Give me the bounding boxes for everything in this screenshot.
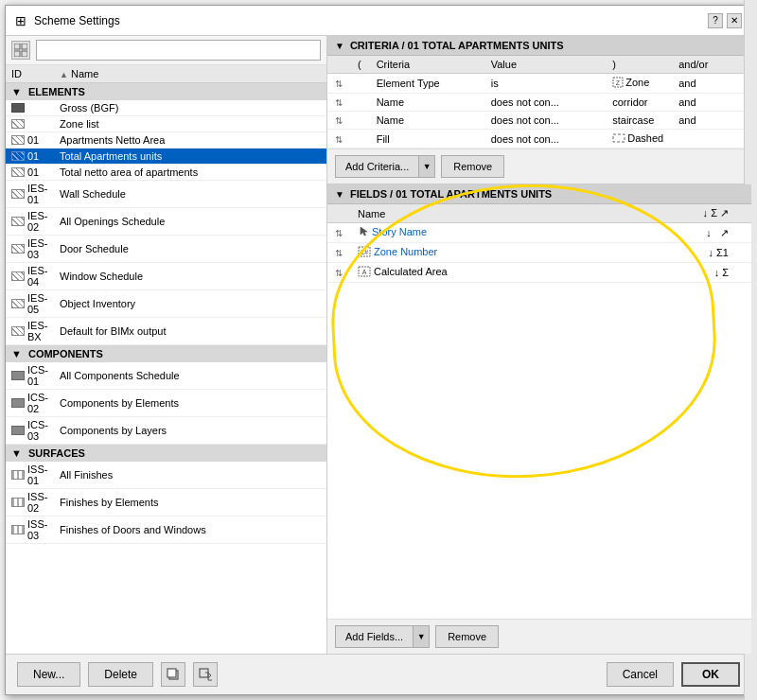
add-criteria-bar: Add Criteria... ▼ Remove [327,149,751,184]
field-reorder-arrows[interactable]: ⇅ [335,248,343,258]
search-input[interactable] [36,40,321,61]
scheme-list: ID ▲ Name ▼ ELE [6,65,326,654]
row-icon [11,326,25,336]
svg-text:Z: Z [616,79,621,86]
list-item[interactable]: IES-01 Wall Schedule [6,181,326,208]
field-reorder-arrows[interactable]: ⇅ [335,228,343,238]
close-button[interactable]: ✕ [727,13,742,28]
value-col-header: Value [484,56,606,74]
row-icon [11,151,25,161]
criteria-value: corridor [605,94,671,112]
right-panel: ▼ CRITERIA / 01 TOTAL APARTMENTS UNITS (… [327,36,751,654]
new-button[interactable]: New... [17,662,80,687]
add-fields-dropdown-arrow[interactable]: ▼ [413,625,430,648]
field-row-home-story[interactable]: ⇅ Story Name ↓ ↗ [327,223,751,243]
fields-section-title: ▼ FIELDS / 01 TOTAL APARTMENTS UNITS [327,184,751,204]
row-icon [11,470,25,480]
calculated-area-label: Calculated Area [374,266,448,277]
list-item[interactable]: IES-04 Window Schedule [6,263,326,290]
cursor-icon [358,226,369,237]
name-column-header: ▲ Name [54,65,326,83]
export-icon-button[interactable] [193,662,218,687]
list-item-total-apartments[interactable]: 01 Total Apartments units [6,149,326,165]
help-button[interactable]: ? [708,13,723,28]
criteria-name: Name [369,94,484,112]
elements-section-header[interactable]: ▼ ELEMENTS [6,83,326,101]
fields-scroll-area[interactable]: Name ↓ Σ ↗ ⇅ Story [327,204,751,619]
list-item[interactable]: ICS-03 Components by Layers [6,417,326,445]
criteria-reorder-arrows[interactable]: ⇅ [335,134,343,145]
add-fields-bar: Add Fields... ▼ Remove [327,619,751,654]
criteria-scroll-area[interactable]: ( Criteria Value ) and/or ⇅ [327,56,751,149]
list-item[interactable]: ISS-02 Finishes by Elements [6,489,326,516]
list-item[interactable]: ISS-03 Finishes of Doors and Windows [6,516,326,544]
criteria-row[interactable]: ⇅ Name does not con... staircase and [327,112,751,130]
field-row-zone-number[interactable]: ⇅ Z# Zone Number ↓ Σ1 [327,243,751,263]
field-sort-icons: ↓ ↗ [679,223,736,243]
criteria-reorder-arrows[interactable]: ⇅ [335,115,343,126]
zone-field-icon: Z# [358,246,371,257]
list-item[interactable]: IES-02 All Openings Schedule [6,208,326,236]
criteria-row[interactable]: ⇅ Name does not con... corridor and [327,94,751,112]
add-criteria-button[interactable]: Add Criteria... [335,155,418,178]
row-icon [11,498,25,507]
list-item[interactable]: IES-03 Door Schedule [6,236,326,263]
row-icon [11,119,25,129]
zone-number-link[interactable]: Zone Number [374,246,437,257]
delete-button[interactable]: Delete [88,662,153,687]
field-row-calculated-area[interactable]: ⇅ A Calculated Area ↓ Σ [327,263,751,283]
criteria-row[interactable]: ⇅ Fill does not con... Dashed [327,130,751,149]
svg-rect-12 [167,669,176,677]
criteria-reorder-arrows[interactable]: ⇅ [335,79,343,89]
list-item[interactable]: ICS-01 All Components Schedule [6,362,326,390]
svg-rect-0 [14,44,20,49]
row-icon [11,525,25,534]
list-item[interactable]: IES-BX Default for BIMx output [6,318,326,345]
criteria-reorder-arrows[interactable]: ⇅ [335,97,343,108]
list-item[interactable]: IES-05 Object Inventory [6,290,326,318]
remove-criteria-button[interactable]: Remove [441,155,504,178]
scheme-settings-dialog: ⊞ Scheme Settings ? ✕ [5,5,752,695]
field-reorder-arrows[interactable]: ⇅ [335,268,343,278]
dashed-icon [612,133,625,143]
criteria-title: CRITERIA / 01 TOTAL APARTMENTS UNITS [350,40,564,51]
row-icon [11,244,25,254]
export-icon [199,668,212,681]
surfaces-section-header[interactable]: ▼ SURFACES [6,445,326,463]
list-item[interactable]: Zone list [6,116,326,132]
criteria-row[interactable]: ⇅ Element Type is Z Zone [327,74,751,94]
bottom-bar: New... Delete Cancel OK [6,654,751,694]
criteria-section: ▼ CRITERIA / 01 TOTAL APARTMENTS UNITS (… [327,36,751,184]
left-panel: ID ▲ Name ▼ ELE [6,36,327,654]
list-item[interactable]: ISS-01 All Finishes [6,462,326,489]
criteria-paren-close-col: ) [605,56,671,74]
criteria-arrows-col [327,56,350,74]
remove-fields-button[interactable]: Remove [435,625,499,648]
cancel-button[interactable]: Cancel [607,662,674,687]
fields-toggle-icon: ▼ [335,189,344,200]
svg-rect-6 [613,134,625,142]
title-bar: ⊞ Scheme Settings ? ✕ [6,6,751,36]
row-icon [11,271,25,281]
list-item[interactable]: 01 Apartments Netto Area [6,132,326,149]
fields-sort-col-header: ↓ Σ ↗ [679,204,736,223]
row-icon [11,398,25,408]
list-item[interactable]: Gross (BGF) [6,100,326,116]
svg-rect-1 [22,44,27,49]
components-section-header[interactable]: ▼ COMPONENTS [6,345,326,363]
grid-view-button[interactable] [11,41,30,60]
field-sort-icons: ↓ Σ1 [679,243,736,263]
dialog-title: Scheme Settings [34,14,120,27]
list-item[interactable]: 01 Total netto area of apartments [6,165,326,181]
add-fields-button[interactable]: Add Fields... [335,625,413,648]
row-icon [11,217,25,226]
bottom-left-controls: New... Delete [17,662,218,687]
ok-button[interactable]: OK [681,662,740,687]
row-icon [11,135,25,145]
list-item[interactable]: ICS-02 Components by Elements [6,390,326,417]
svg-rect-3 [22,51,27,57]
add-criteria-dropdown-arrow[interactable]: ▼ [418,155,435,178]
svg-text:Z#: Z# [361,249,368,255]
home-story-name-link[interactable]: Story Name [372,226,427,237]
copy-icon-button[interactable] [161,662,185,687]
